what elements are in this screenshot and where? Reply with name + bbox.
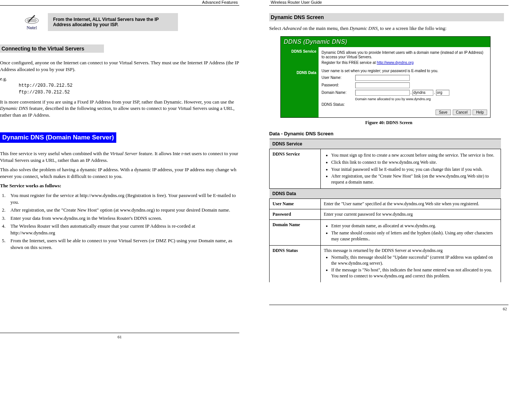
note-icon: Note! bbox=[22, 14, 41, 31]
domain-input-2[interactable]: dyndns bbox=[412, 90, 433, 96]
list-item: Click this link to connect to the www.dy… bbox=[331, 160, 498, 166]
table-section: DDNS Data bbox=[270, 189, 501, 199]
page-number-left: 61 bbox=[0, 333, 239, 339]
table-section: DDNS Service bbox=[270, 139, 501, 149]
ddns-data-table: DDNS Service DDNS Service You must sign … bbox=[269, 139, 501, 282]
table-row: DDNS Service You must sign up first to c… bbox=[270, 149, 501, 189]
para-ddns-problem: This also solves the problem of having a… bbox=[0, 166, 239, 179]
password-input[interactable] bbox=[355, 82, 410, 88]
list-item: The Wireless Router will then automatica… bbox=[7, 223, 239, 236]
fig-desc: Dynamic DNS allows you to provide Intern… bbox=[322, 50, 487, 59]
note-box: Note! From the Internet, ALL Virtual Ser… bbox=[22, 13, 239, 31]
domain-input-3[interactable]: org bbox=[436, 90, 449, 96]
list-item: From the Internet, users will be able to… bbox=[7, 237, 239, 250]
fig-row-username: User Name: bbox=[322, 75, 487, 81]
service-steps-list: You must register for the service at htt… bbox=[0, 192, 239, 250]
list-item: You must sign up first to create a new a… bbox=[331, 153, 498, 159]
page-right: Wireless Router User Guide Dynamic DNS S… bbox=[269, 0, 508, 339]
username-input[interactable] bbox=[355, 75, 410, 81]
fig-side-label: DDNS Data bbox=[281, 71, 316, 75]
dyndns-link[interactable]: http://www.dyndns.org bbox=[377, 61, 413, 65]
fig-side-label: DDNS Service bbox=[281, 49, 316, 53]
para-ddns-intro: This free service is very useful when co… bbox=[0, 150, 239, 163]
fig-row-status: DDNS Status: bbox=[322, 102, 487, 107]
ddns-figure: DDNS (Dynamic DNS) DDNS Service DDNS Dat… bbox=[280, 36, 508, 118]
cancel-button[interactable]: Cancel bbox=[453, 110, 471, 115]
table-row: DDNS Status This message is returned by … bbox=[270, 246, 501, 283]
help-button[interactable]: Help bbox=[473, 110, 487, 115]
para-service-works: The Service works as follows: bbox=[0, 182, 239, 189]
list-item: Your initial password will be E-mailed t… bbox=[331, 167, 498, 173]
list-item: Normally, this message should be "Update… bbox=[331, 255, 498, 266]
table-row: Domain Name Enter your domain name, as a… bbox=[270, 220, 501, 246]
heading-dynamic-dns: Dynamic DNS (Domain Name Server) bbox=[0, 132, 116, 143]
fig-domain-note: Domain name allocated to you by www.dynd… bbox=[355, 97, 487, 101]
eg-label: e.g. bbox=[0, 76, 239, 82]
para-fixed-ip: It is more convenient if you are using a… bbox=[0, 99, 239, 119]
fig-title: DDNS (Dynamic DNS) bbox=[281, 37, 490, 47]
fig-sidebar: DDNS Service DDNS Data bbox=[281, 47, 319, 118]
para-connect-desc: Once configured, anyone on the Internet … bbox=[0, 59, 239, 73]
heading-data-ddns: Data - Dynamic DNS Screen bbox=[269, 131, 508, 136]
domain-input-1[interactable] bbox=[355, 90, 410, 96]
list-item: After registration, use the "Create New … bbox=[7, 207, 239, 213]
example-url-ftp: ftp://203.70.212.52 bbox=[19, 89, 239, 96]
list-item: After registration, use the "Create New … bbox=[331, 173, 498, 185]
list-item: Enter your data from www.dyndns.org in t… bbox=[7, 215, 239, 222]
list-item: The name should consist only of letters … bbox=[331, 230, 498, 242]
fig-row-domain: Domain Name: . dyndns . org bbox=[322, 90, 487, 96]
running-header-right: Wireless Router User Guide bbox=[269, 0, 508, 6]
list-item: Enter your domain name, as allocated at … bbox=[331, 223, 498, 229]
running-header-left: Advanced Features bbox=[0, 0, 239, 6]
list-item: You must register for the service at htt… bbox=[7, 192, 239, 205]
para-select-advanced: Select Advanced on the main menu, then D… bbox=[269, 25, 508, 32]
page-number-right: 62 bbox=[269, 305, 508, 311]
fig-content: Dynamic DNS allows you to provide Intern… bbox=[319, 47, 490, 118]
table-row: User Name Enter the "User name" specifie… bbox=[270, 199, 501, 209]
note-text: From the Internet, ALL Virtual Servers h… bbox=[48, 13, 178, 31]
heading-ddns-screen: Dynamic DNS Screen bbox=[269, 13, 504, 21]
example-url-http: http://203.70.212.52 bbox=[19, 82, 239, 89]
fig-button-row: Save Cancel Help bbox=[322, 108, 487, 115]
fig-note: User name is set when you register; your… bbox=[322, 69, 487, 73]
page-left: Advanced Features Note! From the Interne… bbox=[0, 0, 239, 339]
table-row: Password Enter your current password for… bbox=[270, 209, 501, 220]
note-label: Note! bbox=[22, 25, 41, 31]
heading-connecting: Connecting to the Virtual Servers bbox=[0, 44, 104, 53]
list-item: If the message is "No host", this indica… bbox=[331, 267, 498, 279]
fig-register: Register for this FREE service at http:/… bbox=[322, 61, 487, 65]
fig-row-password: Password: bbox=[322, 82, 487, 88]
save-button[interactable]: Save bbox=[436, 110, 451, 115]
figure-caption: Figure 40: DDNS Screen bbox=[269, 120, 508, 126]
